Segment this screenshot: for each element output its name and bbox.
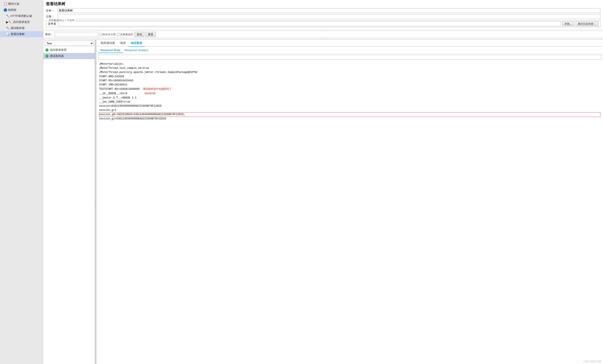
tree-view-dropdown[interactable]: Text HTML JSON XML RegExp Tester CSS/JQu… [45, 41, 93, 46]
reset-button[interactable]: 重置 [146, 32, 156, 37]
page-title: 查看结果树 [46, 1, 600, 7]
horizontal-splitter-1[interactable]: ··· [43, 29, 603, 31]
file-section-legend: 所有数据写入一个文件 [48, 19, 76, 22]
search-row: 查找： 区分大小写 正则表达式 查找 重置 [43, 31, 603, 38]
annotation-sessionid: sessionid [145, 92, 155, 95]
debug-sampler-icon: 🔧 [6, 26, 10, 30]
sidebar-item-label-http-defaults: HTTP请求默认值 [11, 14, 32, 18]
comment-input[interactable] [58, 14, 600, 19]
tab-sampler-result[interactable]: 取样器结果 [98, 40, 117, 47]
response-line-13: session_g1=638124D4099098EA8222899B70F22… [99, 117, 600, 121]
find-button[interactable]: 查找 [134, 32, 144, 37]
annotation: 调试取样器中也捕获到了 [143, 87, 172, 91]
response-line-10: session=638124D4099098EA8222899B70F22DCD [99, 104, 600, 108]
sidebar-item-label-thread-group: 线程组 [8, 8, 16, 12]
case-sensitive-text: 区分大小写 [103, 33, 116, 36]
tree-dropdown-row: Text HTML JSON XML RegExp Tester CSS/JQu… [43, 40, 95, 47]
file-section: 所有数据写入一个文件 文件名 浏览... 显示日志内容： [46, 20, 600, 27]
panel-header: 查看结果树 名称： 注释： 所有数据写入一个文件 文件名 浏览... 显示日志内… [43, 0, 603, 29]
sidebar-item-label-visit-login: 访问登录首页 [13, 20, 30, 24]
success-icon-debug-sampler [46, 55, 48, 57]
tree-panel: Text HTML JSON XML RegExp Tester CSS/JQu… [43, 40, 95, 364]
thread-group-icon: 🔵 [3, 8, 7, 12]
response-line-5: START.YMD=20230615 [99, 83, 600, 87]
success-icon-visit-login [46, 48, 48, 52]
response-line-6: TESTSTART.MS=1686813690096 [99, 88, 139, 91]
filename-input[interactable] [58, 22, 561, 26]
response-line-1: JMeterThread.last_sample_ok=true [99, 66, 600, 70]
tree-item-label-visit-login: 访问登录首页 [50, 48, 67, 52]
response-line-9: __jmv_SAME_USER=true [99, 100, 600, 104]
display-log-button[interactable]: 显示日志内容： [576, 22, 598, 26]
response-line-11: session_g=1 [99, 108, 600, 112]
response-line-8: __jmeter.U_T__=线程组 1-1 [99, 96, 600, 100]
tree-item-debug-sampler[interactable]: 调试取样器 [43, 53, 95, 59]
response-line-12: session_g0=JSESSIONID=638124D4099098EA82… [99, 112, 600, 117]
tree-item-visit-login[interactable]: 访问登录首页 [43, 47, 95, 53]
subtabs-row: Response Body Response headers [96, 47, 603, 54]
name-label: 名称： [46, 9, 57, 12]
sidebar-item-label-view-results-tree: 查看结果树 [11, 32, 25, 36]
http-defaults-icon: 🔧 [6, 14, 10, 18]
filename-label: 文件名 [48, 22, 56, 26]
file-row: 文件名 浏览... 显示日志内容： [48, 22, 598, 26]
sidebar-item-thread-group[interactable]: 🔵 线程组 [0, 7, 43, 13]
view-results-tree-icon: 📊 [6, 33, 10, 36]
comment-label: 注释： [46, 15, 57, 19]
horizontal-splitter-2[interactable]: ··· [43, 38, 603, 40]
sidebar: 📋 测试计划 🔵 线程组 🔧 HTTP请求默认值 ▶✏️ 访问登录首页 🔧 调试… [0, 0, 43, 364]
sidebar-item-debug-sampler[interactable]: 🔧 调试取样器 [0, 25, 43, 31]
tab-response-data[interactable]: 响应数据 [128, 40, 145, 47]
case-sensitive-checkbox[interactable] [99, 33, 102, 36]
subtab-response-body[interactable]: Response Body [98, 48, 123, 53]
regex-checkbox[interactable] [117, 33, 120, 36]
sidebar-item-visit-login[interactable]: ▶✏️ 访问登录首页 [0, 19, 43, 25]
tree-item-label-debug-sampler: 调试取样器 [50, 54, 64, 58]
main-panel: 查看结果树 名称： 注释： 所有数据写入一个文件 文件名 浏览... 显示日志内… [43, 0, 603, 364]
sidebar-item-http-defaults[interactable]: 🔧 HTTP请求默认值 [0, 13, 43, 19]
sidebar-item-view-results-tree[interactable]: 📊 查看结果树 [0, 31, 43, 37]
name-row: 名称： [46, 8, 600, 13]
comment-row: 注释： [46, 14, 600, 19]
tab-request[interactable]: 请求 [117, 40, 128, 47]
visit-login-icon: ▶✏️ [6, 20, 12, 24]
tree-items: 访问登录首页 调试取样器 [43, 47, 95, 364]
regex-text: 正则表达式 [120, 33, 133, 36]
sidebar-item-label-debug-sampler: 调试取样器 [11, 26, 25, 30]
response-filter-input[interactable] [98, 55, 601, 59]
response-line-7: __jm__线程组__idx=0 [99, 92, 127, 95]
response-line-2: JMeterThread.pack=org.apache.jmeter.thre… [99, 70, 600, 74]
subtab-response-headers[interactable]: Response headers [123, 48, 151, 53]
search-label: 查找： [45, 33, 53, 36]
response-line-3: START.HMS=142659 [99, 75, 600, 79]
sidebar-item-label-test-plan: 测试计划 [8, 2, 19, 6]
right-panel: 取样器结果 请求 响应数据 Response Body Response hea… [96, 40, 603, 364]
response-line-4: START.MS=1686810419493 [99, 79, 600, 83]
browse-button[interactable]: 浏览... [562, 22, 574, 26]
case-sensitive-label[interactable]: 区分大小写 [99, 33, 116, 36]
test-plan-icon: 📋 [3, 2, 7, 6]
main-tabs-row: 取样器结果 请求 响应数据 [96, 40, 603, 47]
response-body: JMeterVariables: JMeterThread.last_sampl… [96, 60, 603, 364]
watermark: CSDN @伊兹 里里 [583, 360, 601, 363]
search-input[interactable] [55, 32, 98, 37]
name-input[interactable] [58, 8, 600, 13]
results-area: Text HTML JSON XML RegExp Tester CSS/JQu… [43, 40, 603, 364]
regex-label[interactable]: 正则表达式 [117, 33, 133, 36]
response-line-0: JMeterVariables: [99, 62, 600, 66]
sidebar-item-test-plan[interactable]: 📋 测试计划 [0, 1, 43, 7]
